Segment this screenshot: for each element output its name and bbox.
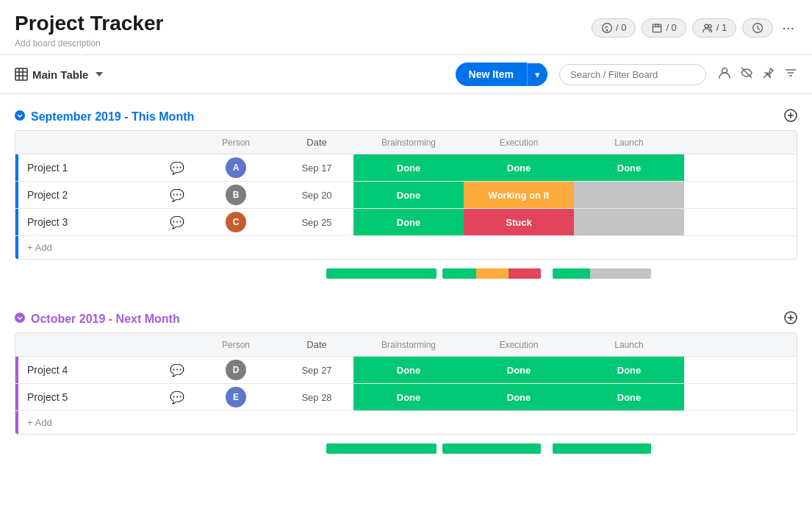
main-table-button[interactable]: Main Table (15, 68, 103, 81)
date-cell-p5: Sep 28 (280, 384, 353, 410)
group-sep-collapse-btn[interactable] (15, 110, 25, 123)
group-oct-title[interactable]: October 2019 - Next Month (31, 313, 180, 326)
group-sep-title[interactable]: September 2019 - This Month (31, 110, 194, 124)
new-item-main-button[interactable]: New Item (456, 63, 527, 86)
row-project5-name: Project 5 (15, 384, 162, 410)
launch-cell-p2 (574, 182, 684, 208)
execution-cell-p5: Done (464, 384, 574, 410)
bar-working (476, 268, 509, 279)
launch-cell-p5: Done (574, 384, 684, 410)
add-row-text-oct[interactable]: + Add (27, 417, 52, 428)
status-empty[interactable] (574, 182, 684, 208)
status-done[interactable]: Done (353, 357, 464, 383)
sep-header-row: Person Date Brainstorming Execution Laun… (15, 131, 797, 154)
date-cell-p2: Sep 20 (280, 182, 353, 208)
col-header-name (15, 131, 162, 154)
status-done[interactable]: Done (574, 384, 684, 410)
comment-icon[interactable]: 💬 (170, 161, 184, 175)
avatar-p5: E (226, 387, 246, 407)
board-description[interactable]: Add board description (15, 38, 163, 49)
group-oct-collapse-btn[interactable] (15, 313, 25, 325)
status-done[interactable]: Done (353, 384, 464, 410)
comment-cell: 💬 (162, 209, 192, 235)
search-input[interactable] (559, 64, 706, 85)
status-done[interactable]: Done (353, 209, 464, 235)
header: Project Tracker Add board description / … (0, 0, 812, 55)
issues-badge[interactable]: / 0 (592, 18, 636, 38)
add-group-col-btn-oct[interactable] (784, 311, 797, 327)
row-project4-name: Project 4 (15, 357, 162, 383)
summary-launch-oct (547, 441, 657, 457)
row-extra (684, 357, 706, 383)
status-stuck[interactable]: Stuck (464, 209, 574, 235)
col-header-date-oct: Date (280, 333, 353, 356)
comment-cell: 💬 (162, 182, 192, 208)
users-badge[interactable]: / 1 (692, 18, 736, 38)
summary-execution-oct (436, 441, 547, 457)
row-extra (684, 384, 706, 410)
comment-cell: 💬 (162, 357, 192, 383)
add-row-btn-oct[interactable]: + Add (15, 411, 797, 434)
status-done[interactable]: Done (353, 182, 464, 208)
add-row-oct[interactable]: + Add (15, 411, 797, 434)
hide-btn[interactable] (740, 66, 753, 83)
status-done[interactable]: Done (574, 357, 684, 383)
summary-bar (553, 443, 651, 454)
header-left: Project Tracker Add board description (15, 12, 163, 49)
new-item-dropdown-button[interactable]: ▾ (527, 63, 547, 86)
svg-point-0 (603, 23, 612, 32)
comment-icon[interactable]: 💬 (170, 188, 184, 202)
table-row: Project 5 💬 E Sep 28 Done Done (15, 384, 797, 411)
comment-cell: 💬 (162, 384, 192, 410)
comment-cell: 💬 (162, 154, 192, 181)
new-item-button-group: New Item ▾ (456, 63, 547, 86)
status-empty[interactable] (574, 209, 684, 235)
oct-summary-row (15, 441, 797, 457)
comment-icon[interactable]: 💬 (170, 363, 184, 377)
collapse-icon (15, 110, 25, 121)
filter-icon (784, 66, 797, 79)
group-oct-table: Person Date Brainstorming Execution Laun… (15, 332, 797, 435)
more-options-btn[interactable]: ··· (779, 16, 797, 39)
person-filter-btn[interactable] (718, 66, 731, 83)
header-right: / 0 / 0 / 1 ··· (592, 16, 797, 39)
summary-brainstorming-oct (326, 441, 436, 457)
execution-cell-p1: Done (464, 154, 574, 181)
main-table-label: Main Table (32, 68, 88, 81)
person-icon (718, 66, 731, 79)
add-row-sep[interactable]: + Add (15, 236, 797, 259)
col-header-comment (162, 333, 192, 356)
add-group-col-btn-sep[interactable] (784, 109, 797, 124)
pin-btn[interactable] (762, 66, 775, 83)
status-done[interactable]: Done (464, 384, 574, 410)
app-title: Project Tracker (15, 12, 163, 35)
svg-point-4 (708, 24, 711, 27)
integrations-btn[interactable] (742, 18, 773, 38)
svg-point-3 (705, 24, 708, 28)
content-area: September 2019 - This Month Person Date … (0, 94, 812, 501)
toolbar: Main Table New Item ▾ (0, 55, 812, 94)
row-extra (684, 154, 706, 181)
svg-line-9 (764, 74, 767, 78)
row-name-text: Project 4 (27, 364, 68, 376)
col-header-brainstorming-oct: Brainstorming (353, 333, 464, 356)
brainstorming-cell-p2: Done (353, 182, 464, 208)
svg-point-1 (606, 29, 607, 30)
status-done[interactable]: Done (464, 357, 574, 383)
col-header-person: Person (192, 131, 280, 154)
status-done[interactable]: Done (574, 154, 684, 181)
comment-icon[interactable]: 💬 (170, 215, 184, 229)
filter-btn[interactable] (784, 66, 797, 83)
bar-done (442, 268, 476, 279)
status-done[interactable]: Done (353, 154, 464, 181)
activity-badge[interactable]: / 0 (642, 18, 686, 38)
add-row-btn[interactable]: + Add (15, 236, 797, 259)
launch-cell-p1: Done (574, 154, 684, 181)
status-done[interactable]: Done (464, 154, 574, 181)
col-header-person-oct: Person (192, 333, 280, 356)
comment-icon[interactable]: 💬 (170, 391, 184, 404)
status-working[interactable]: Working on it (464, 182, 574, 208)
row-project1-name: Project 1 (15, 154, 162, 181)
integrations-icon (752, 22, 764, 34)
add-row-text[interactable]: + Add (27, 242, 52, 253)
